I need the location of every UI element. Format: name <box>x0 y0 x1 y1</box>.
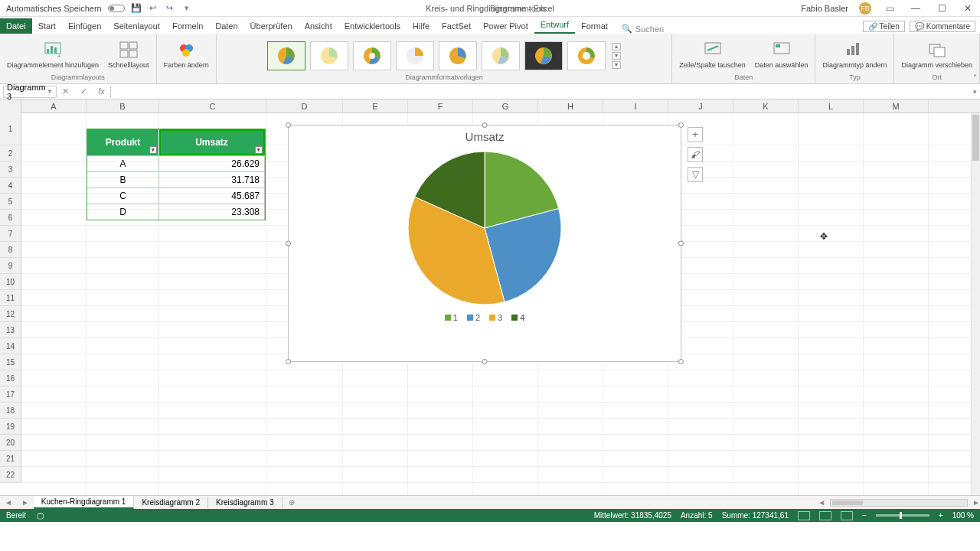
name-box[interactable]: Diagramm 3 ▼ <box>3 86 57 98</box>
view-pagelayout-icon[interactable] <box>819 511 831 520</box>
close-icon[interactable]: ✕ <box>960 3 975 14</box>
legend-item[interactable]: 2 <box>467 313 480 322</box>
pie-chart[interactable] <box>404 148 565 308</box>
sheet-nav-prev-icon[interactable]: ◄ <box>0 498 17 507</box>
chart-elements-button[interactable]: + <box>688 127 703 142</box>
col-header-K[interactable]: K <box>733 99 799 112</box>
chart-style-1[interactable] <box>267 41 305 70</box>
row-header[interactable]: 15 <box>0 354 21 370</box>
tab-file[interactable]: Datei <box>0 18 32 34</box>
autosave-toggle[interactable] <box>108 5 125 12</box>
user-avatar[interactable]: FB <box>859 2 871 15</box>
legend-item[interactable]: 3 <box>489 313 502 322</box>
row-header[interactable]: 11 <box>0 290 21 306</box>
chart-style-7[interactable] <box>524 41 563 70</box>
resize-handle[interactable] <box>286 122 291 128</box>
vertical-scrollbar[interactable] <box>971 113 980 495</box>
col-header-C[interactable]: C <box>159 99 266 112</box>
row-header[interactable]: 20 <box>0 435 21 451</box>
col-header-D[interactable]: D <box>266 99 343 112</box>
col-header-H[interactable]: H <box>538 99 603 112</box>
row-header[interactable]: 18 <box>0 403 21 419</box>
table-row[interactable]: B31.718 <box>87 171 265 187</box>
tab-seitenlayout[interactable]: Seitenlayout <box>107 18 166 34</box>
row-header[interactable]: 4 <box>0 178 21 194</box>
resize-handle[interactable] <box>286 241 291 246</box>
sheet-tab[interactable]: Kreisdiagramm 3 <box>208 497 283 508</box>
quick-layout-button[interactable]: Schnelllayout <box>106 38 152 70</box>
qat-customize-icon[interactable]: ▾ <box>181 3 192 14</box>
maximize-icon[interactable]: ☐ <box>934 3 949 14</box>
tab-ueberpruefen[interactable]: Überprüfen <box>244 18 299 34</box>
row-header[interactable]: 21 <box>0 451 21 467</box>
row-header[interactable]: 12 <box>0 306 21 322</box>
row-header[interactable]: 1 <box>0 113 21 145</box>
row-header[interactable]: 8 <box>0 242 21 258</box>
add-chart-element-button[interactable]: + Diagrammelement hinzufügen <box>5 38 101 70</box>
view-normal-icon[interactable] <box>798 511 810 520</box>
tab-daten[interactable]: Daten <box>209 18 243 34</box>
row-header[interactable]: 19 <box>0 419 21 435</box>
row-header[interactable]: 14 <box>0 338 21 354</box>
row-header[interactable]: 5 <box>0 194 21 210</box>
tab-factset[interactable]: FactSet <box>436 18 477 34</box>
zoom-slider[interactable] <box>876 514 929 517</box>
chart-filter-button[interactable]: ▽ <box>688 167 703 182</box>
enter-fx-icon[interactable]: ✓ <box>80 86 87 96</box>
resize-handle[interactable] <box>678 359 684 364</box>
col-header-F[interactable]: F <box>408 99 473 112</box>
add-sheet-button[interactable]: ⊕ <box>283 498 301 507</box>
namebox-dropdown-icon[interactable]: ▼ <box>47 88 53 95</box>
resize-handle[interactable] <box>678 122 684 128</box>
row-header[interactable]: 13 <box>0 322 21 338</box>
redo-icon[interactable]: ↪ <box>165 3 175 14</box>
undo-icon[interactable]: ↩ <box>148 3 158 14</box>
row-header[interactable]: 22 <box>0 467 21 483</box>
chart-style-6[interactable] <box>482 41 520 70</box>
tab-start[interactable]: Start <box>32 18 62 34</box>
formula-input[interactable] <box>110 86 969 98</box>
row-header[interactable]: 17 <box>0 386 21 403</box>
tab-format[interactable]: Format <box>575 18 614 34</box>
collapse-ribbon-icon[interactable]: ˄ <box>973 73 977 82</box>
sheet-tab-active[interactable]: Kuchen-Ringdiagramm 1 <box>34 496 135 509</box>
select-data-button[interactable]: Daten auswählen <box>753 38 811 70</box>
filter-icon[interactable]: ▾ <box>149 146 157 154</box>
col-header-E[interactable]: E <box>343 99 408 112</box>
move-chart-button[interactable]: Diagramm verschieben <box>899 38 975 70</box>
resize-handle[interactable] <box>678 241 684 246</box>
sheet-nav-next-icon[interactable]: ► <box>17 498 34 507</box>
resize-handle[interactable] <box>482 122 488 128</box>
table-header-umsatz[interactable]: Umsatz ▾ <box>159 129 265 155</box>
table-row[interactable]: C45.687 <box>87 187 265 204</box>
table-header-produkt[interactable]: Produkt ▾ <box>87 129 159 155</box>
tab-einfuegen[interactable]: Einfügen <box>62 18 107 34</box>
row-header[interactable]: 10 <box>0 274 21 290</box>
chart-object[interactable]: Umsatz 1234 ✥ <box>288 125 681 362</box>
chart-style-2[interactable] <box>310 41 348 70</box>
change-chart-type-button[interactable]: Diagrammtyp ändern <box>820 38 889 70</box>
tab-formeln[interactable]: Formeln <box>166 18 209 34</box>
row-header[interactable]: 7 <box>0 226 21 242</box>
resize-handle[interactable] <box>286 359 291 364</box>
switch-row-col-button[interactable]: Zeile/Spalte tauschen <box>677 38 748 70</box>
col-header-J[interactable]: J <box>668 99 733 112</box>
chart-style-4[interactable] <box>396 41 434 70</box>
macro-record-icon[interactable]: ▢ <box>37 511 44 520</box>
col-header-I[interactable]: I <box>603 99 668 112</box>
tab-entwicklertools[interactable]: Entwicklertools <box>338 18 407 34</box>
col-header-A[interactable]: A <box>21 99 87 112</box>
chart-style-3[interactable] <box>353 41 391 70</box>
col-header-M[interactable]: M <box>864 99 929 112</box>
sheet-tab[interactable]: Kreisdiagramm 2 <box>134 497 208 508</box>
table-row[interactable]: D23.308 <box>87 204 265 220</box>
expand-formula-bar-icon[interactable]: ▾ <box>969 88 980 96</box>
view-pagebreak-icon[interactable] <box>841 511 853 520</box>
comments-button[interactable]: 💬Kommentare <box>910 21 975 32</box>
chart-style-8[interactable] <box>567 41 606 70</box>
style-gallery-more[interactable]: ▴▾▾ <box>612 43 621 69</box>
zoom-in-icon[interactable]: + <box>939 511 943 520</box>
col-header-L[interactable]: L <box>799 99 864 112</box>
select-all-cell[interactable] <box>0 99 21 113</box>
chart-legend[interactable]: 1234 <box>289 308 681 322</box>
